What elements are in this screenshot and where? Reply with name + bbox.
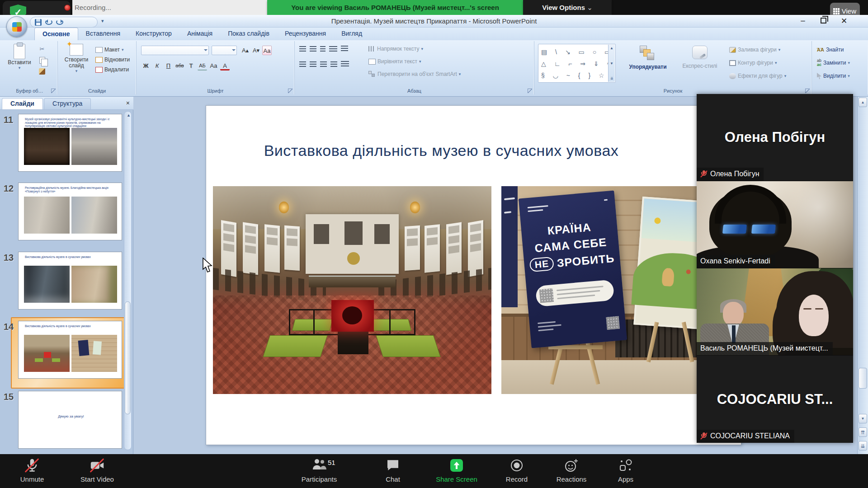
tab-pokaz-slaidiv[interactable]: Показ слайдів bbox=[220, 28, 277, 40]
delete-slide-button[interactable]: Видалити bbox=[94, 65, 131, 75]
align-right-button[interactable] bbox=[320, 61, 327, 67]
replace-button[interactable]: abac Замінити ▾ bbox=[816, 58, 851, 68]
scrollbar-thumb[interactable] bbox=[859, 368, 867, 389]
unmute-button[interactable]: Unmute bbox=[13, 458, 52, 483]
select-button[interactable]: Виділити ▾ bbox=[816, 71, 851, 81]
bullets-button[interactable] bbox=[299, 46, 306, 52]
quick-styles-button[interactable]: Експрес-стилі bbox=[677, 46, 722, 69]
video-tile-oxana[interactable]: Oxana Senkiv-Fertadi bbox=[697, 181, 853, 268]
italic-button[interactable]: К bbox=[152, 61, 162, 70]
slides-panel-scrollbar[interactable] bbox=[124, 111, 132, 450]
dialog-launcher-icon[interactable] bbox=[288, 89, 292, 93]
restore-button[interactable] bbox=[821, 18, 826, 23]
scroll-down-icon[interactable]: ▼ bbox=[610, 61, 613, 66]
office-button[interactable] bbox=[6, 16, 27, 37]
layout-button[interactable]: Макет ▾ bbox=[94, 45, 131, 55]
video-tile-cojocariu[interactable]: COJOCARIU ST... COJOCARIU STELIANA bbox=[697, 356, 853, 443]
strikethrough-button[interactable]: абв bbox=[175, 61, 184, 70]
tab-retsenzuvannia[interactable]: Рецензування bbox=[277, 28, 334, 40]
save-button[interactable] bbox=[35, 19, 42, 26]
scroll-up-icon[interactable]: ▲ bbox=[127, 113, 131, 117]
line-spacing-button[interactable] bbox=[341, 46, 348, 52]
character-spacing-button[interactable]: АБ bbox=[198, 61, 207, 70]
copy-button[interactable] bbox=[39, 57, 45, 64]
participants-button[interactable]: 51 Participants bbox=[293, 458, 345, 483]
tab-animatsiia[interactable]: Анімація bbox=[179, 28, 220, 40]
align-text-button[interactable]: Вирівняти текст ▾ bbox=[367, 56, 462, 66]
scroll-up-icon[interactable]: ▲ bbox=[610, 46, 613, 50]
shape-fill-button[interactable]: Заливка фігури ▾ bbox=[728, 45, 788, 55]
ppt-vertical-scrollbar[interactable]: ▲ ▼ ⇈ ⇊ bbox=[857, 97, 868, 454]
reactions-button[interactable]: Reactions bbox=[549, 458, 594, 483]
start-video-button[interactable]: Start Video bbox=[72, 458, 122, 483]
justify-button[interactable] bbox=[330, 61, 337, 67]
arrange-button[interactable]: Упорядкувати bbox=[621, 46, 675, 70]
tab-konstruktor[interactable]: Конструктор bbox=[128, 28, 179, 40]
tab-osnovne[interactable]: Основне bbox=[34, 28, 78, 40]
tab-vyhliad[interactable]: Вигляд bbox=[334, 28, 370, 40]
next-slide-button[interactable]: ⇊ bbox=[859, 441, 867, 450]
smartart-button[interactable]: Перетворити на об'єкт SmartArt ▾ bbox=[367, 69, 462, 79]
tab-outline[interactable]: Структура bbox=[44, 98, 91, 109]
numbering-button[interactable] bbox=[310, 46, 316, 52]
font-color-button[interactable]: А bbox=[220, 61, 230, 70]
minimize-button[interactable]: – bbox=[797, 16, 809, 26]
shapes-gallery-scrollbar[interactable]: ▲ ▼ ⇊ bbox=[608, 45, 615, 82]
shape-outline-button[interactable]: Контур фігури ▾ bbox=[728, 58, 788, 68]
slide-canvas[interactable]: Виставкова діяльність музею в сучасних у… bbox=[206, 105, 741, 445]
grow-font-button[interactable]: A▴ bbox=[241, 46, 250, 55]
qat-customize-button[interactable]: ▾ bbox=[101, 18, 104, 24]
shrink-font-button[interactable]: A▾ bbox=[251, 46, 261, 55]
chat-button[interactable]: Chat bbox=[378, 458, 408, 483]
align-left-button[interactable] bbox=[299, 61, 306, 67]
close-panel-button[interactable]: × bbox=[126, 99, 130, 107]
change-case-button[interactable]: Аа bbox=[209, 61, 218, 70]
increase-indent-button[interactable] bbox=[329, 46, 337, 52]
font-name-combo[interactable] bbox=[141, 46, 209, 55]
decrease-indent-button[interactable] bbox=[320, 46, 326, 52]
paste-button[interactable]: Вставити ▾ bbox=[5, 44, 33, 70]
font-size-combo[interactable] bbox=[212, 46, 237, 55]
redo-button[interactable] bbox=[56, 19, 63, 25]
format-painter-button[interactable] bbox=[39, 68, 45, 75]
slide-thumbnail-11[interactable]: Музей організовує різноманітні культурно… bbox=[18, 114, 122, 172]
clear-formatting-button[interactable]: Aa bbox=[262, 46, 272, 55]
shapes-row[interactable]: § ◡ ~ { } ☆ bbox=[541, 70, 613, 81]
slide-thumbnail-15[interactable]: Дякую за увагу! bbox=[18, 391, 122, 449]
shapes-row[interactable]: ▤ \ ↘ ▭ ○ ▭ bbox=[541, 46, 613, 58]
video-tile-vasyl[interactable]: Василь РОМАНЕЦЬ (Музей мистецт... bbox=[697, 268, 853, 355]
scroll-down-button[interactable]: ▼ bbox=[859, 414, 867, 423]
apps-button[interactable]: Apps bbox=[608, 458, 644, 483]
cut-button[interactable]: ✂ bbox=[40, 46, 45, 52]
find-button[interactable]: ΆΆ Знайти bbox=[816, 45, 851, 55]
previous-slide-button[interactable]: ⇈ bbox=[859, 427, 867, 437]
shapes-row[interactable]: △ ∟ ⌐ ⇒ ⇓ ◠ bbox=[541, 58, 613, 70]
tab-slides[interactable]: Слайди bbox=[2, 98, 43, 109]
scroll-up-button[interactable]: ▲ bbox=[859, 98, 867, 107]
shapes-gallery[interactable]: ▤ \ ↘ ▭ ○ ▭ △ ∟ ⌐ ⇒ ⇓ ◠ § ◡ ~ { } ☆ ▲ ▼ … bbox=[538, 44, 616, 83]
gallery-more-icon[interactable]: ⇊ bbox=[610, 76, 613, 80]
bold-button[interactable]: Ж bbox=[141, 61, 151, 70]
new-slide-button[interactable]: Створити слайд ▾ bbox=[61, 44, 92, 73]
align-center-button[interactable] bbox=[310, 61, 316, 67]
record-button[interactable]: Record bbox=[497, 458, 536, 483]
slide-thumbnail-12[interactable]: Реставраційна діяльність музею. Благодій… bbox=[18, 183, 122, 240]
reset-slide-button[interactable]: Відновити bbox=[94, 55, 131, 65]
underline-button[interactable]: П bbox=[164, 61, 173, 70]
share-screen-button[interactable]: Share Screen bbox=[430, 458, 483, 483]
dialog-launcher-icon[interactable] bbox=[805, 89, 810, 93]
text-direction-button[interactable]: Напрямок тексту ▾ bbox=[367, 44, 462, 54]
dialog-launcher-icon[interactable] bbox=[528, 89, 532, 93]
scrollbar-thumb[interactable] bbox=[125, 301, 131, 414]
video-tile-olena[interactable]: Олена Побігун Олена Побігун bbox=[697, 94, 853, 181]
view-options-button[interactable]: View Options ⌄ bbox=[523, 0, 612, 15]
text-shadow-button[interactable]: T bbox=[186, 61, 196, 70]
close-button[interactable]: ✕ bbox=[838, 16, 850, 26]
columns-button[interactable] bbox=[341, 61, 349, 67]
slide-thumbnail-13[interactable]: Виставкова діяльність музею в сучасних у… bbox=[18, 252, 122, 310]
slide-thumbnail-14[interactable]: Виставкова діяльність музею в сучасних у… bbox=[18, 321, 122, 379]
shape-effects-button[interactable]: Ефекти для фігур ▾ bbox=[728, 71, 788, 81]
dialog-launcher-icon[interactable] bbox=[51, 89, 56, 93]
undo-button[interactable] bbox=[45, 19, 52, 25]
tab-vstavlennia[interactable]: Вставлення bbox=[78, 28, 128, 40]
